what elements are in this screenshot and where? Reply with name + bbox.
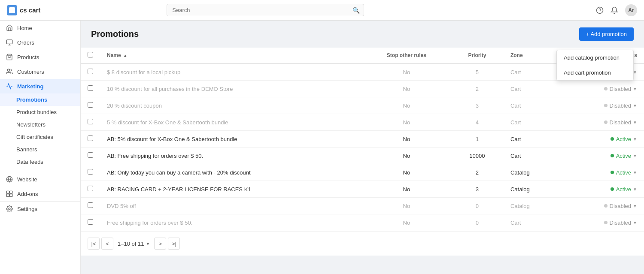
status-dropdown-chevron[interactable]: ▼ — [633, 120, 637, 125]
status-dropdown-chevron[interactable]: ▼ — [633, 154, 637, 158]
row-checkbox[interactable] — [88, 152, 93, 158]
row-checkbox-cell — [81, 114, 100, 131]
products-icon — [6, 54, 13, 60]
customers-icon — [6, 68, 13, 75]
row-name[interactable]: AB: Free shipping for orders over $ 50. — [100, 148, 362, 164]
notifications-button[interactable] — [611, 6, 618, 14]
row-status[interactable]: Active ▼ — [559, 148, 644, 164]
row-name[interactable]: $ 8 discount for a local pickup — [100, 63, 362, 81]
select-all-checkbox[interactable] — [88, 52, 93, 57]
prev-page-button[interactable]: < — [101, 238, 113, 250]
sidebar-sub-item-product-bundles[interactable]: Product bundles — [0, 106, 80, 118]
add-cart-promotion-item[interactable]: Add cart promotion — [557, 65, 633, 80]
status-dropdown-chevron[interactable]: ▼ — [633, 187, 637, 192]
status-dot — [604, 221, 608, 224]
sidebar-item-orders[interactable]: Orders — [0, 35, 80, 50]
add-catalog-promotion-item[interactable]: Add catalog promotion — [557, 50, 633, 65]
row-status[interactable]: Active ▼ — [559, 131, 644, 148]
sidebar-item-products[interactable]: Products — [0, 50, 80, 64]
logo[interactable]: cs cart — [7, 5, 40, 15]
search-input[interactable] — [167, 4, 364, 16]
row-name[interactable]: 10 % discount for all purchases in the D… — [100, 81, 362, 97]
status-dropdown-chevron[interactable]: ▼ — [633, 220, 637, 225]
svg-rect-10 — [10, 191, 12, 193]
sidebar-item-settings[interactable]: Settings — [0, 202, 80, 216]
table-row: AB: 5% discount for X-Box One & Sabertoo… — [81, 131, 644, 148]
sidebar-item-marketing[interactable]: Marketing — [0, 79, 80, 93]
marketing-icon — [6, 83, 13, 90]
row-name[interactable]: 5 % discount for X-Box One & Sabertooth … — [100, 114, 362, 131]
settings-icon — [6, 205, 13, 212]
row-status[interactable]: Disabled ▼ — [559, 114, 644, 131]
last-page-button[interactable]: >| — [168, 238, 180, 250]
sidebar-item-customers[interactable]: Customers — [0, 64, 80, 79]
row-stop-other-rules: No — [362, 164, 451, 181]
row-stop-other-rules: No — [362, 97, 451, 114]
website-icon — [6, 176, 13, 183]
row-checkbox-cell — [81, 97, 100, 114]
row-status[interactable]: Disabled ▼ — [559, 97, 644, 114]
row-checkbox-cell — [81, 198, 100, 214]
row-checkbox[interactable] — [88, 186, 93, 191]
add-promotion-button[interactable]: + Add promotion — [579, 27, 634, 41]
row-checkbox[interactable] — [88, 102, 93, 108]
row-checkbox-cell — [81, 148, 100, 164]
row-name[interactable]: Free shipping for orders over $ 50. — [100, 214, 362, 231]
row-status[interactable]: Active ▼ — [559, 181, 644, 198]
sidebar-bottom: Settings — [0, 201, 80, 216]
row-stop-other-rules: No — [362, 214, 451, 231]
sidebar-item-label-home: Home — [17, 25, 32, 31]
svg-rect-2 — [6, 40, 12, 44]
status-text: Active — [616, 169, 631, 176]
status-dropdown-chevron[interactable]: ▼ — [633, 204, 637, 208]
row-checkbox[interactable] — [88, 119, 93, 124]
status-dropdown-chevron[interactable]: ▼ — [633, 137, 637, 142]
svg-rect-12 — [10, 194, 12, 197]
sidebar-sub-item-gift-certificates[interactable]: Gift certificates — [0, 131, 80, 143]
sidebar-sub-item-data-feeds[interactable]: Data feeds — [0, 156, 80, 168]
row-name[interactable]: 20 % discount coupon — [100, 97, 362, 114]
first-page-button[interactable]: |< — [88, 238, 100, 250]
row-status[interactable]: Disabled ▼ — [559, 214, 644, 231]
avatar[interactable]: Ar — [625, 4, 637, 16]
home-icon — [6, 24, 13, 31]
row-zone: Cart — [504, 63, 559, 81]
row-name[interactable]: DVD 5% off — [100, 198, 362, 214]
row-name[interactable]: AB: RACING CARD + 2-YEAR LICENSE FOR RAC… — [100, 181, 362, 198]
sidebar-sub-item-newsletters[interactable]: Newsletters — [0, 118, 80, 131]
row-checkbox[interactable] — [88, 219, 93, 225]
status-dropdown-chevron[interactable]: ▼ — [633, 170, 637, 175]
logo-text: cs cart — [20, 6, 40, 14]
row-checkbox[interactable] — [88, 69, 93, 74]
column-header-name[interactable]: Name ▲ — [100, 48, 362, 63]
row-checkbox[interactable] — [88, 202, 93, 208]
sidebar-sub-item-promotions[interactable]: Promotions — [0, 93, 80, 106]
row-status[interactable]: Disabled ▼ — [559, 198, 644, 214]
sidebar-item-add-ons[interactable]: Add-ons — [0, 187, 80, 201]
sidebar-item-website[interactable]: Website — [0, 172, 80, 187]
row-priority: 5 — [451, 63, 504, 81]
row-checkbox[interactable] — [88, 169, 93, 175]
status-dot — [611, 137, 614, 141]
page-title: Promotions — [91, 29, 139, 39]
sidebar: Home Orders Products Customers Marketing — [0, 21, 81, 274]
addons-icon — [6, 190, 13, 197]
svg-point-13 — [9, 208, 10, 210]
sidebar-sub-item-banners[interactable]: Banners — [0, 143, 80, 156]
row-name[interactable]: AB: 5% discount for X-Box One & Sabertoo… — [100, 131, 362, 148]
row-status[interactable]: Active ▼ — [559, 164, 644, 181]
status-dropdown-chevron[interactable]: ▼ — [633, 103, 637, 108]
status-dropdown-chevron[interactable]: ▼ — [633, 87, 637, 91]
row-status[interactable]: Disabled ▼ — [559, 81, 644, 97]
help-button[interactable] — [596, 6, 604, 14]
table-row: 10 % discount for all purchases in the D… — [81, 81, 644, 97]
row-checkbox[interactable] — [88, 85, 93, 91]
row-checkbox[interactable] — [88, 135, 93, 141]
row-name[interactable]: AB: Only today you can buy a camera with… — [100, 164, 362, 181]
table-row: 5 % discount for X-Box One & Sabertooth … — [81, 114, 644, 131]
next-page-button[interactable]: > — [154, 238, 166, 250]
row-checkbox-cell — [81, 63, 100, 81]
page-header: Promotions + Add promotion — [81, 21, 644, 48]
sidebar-item-home[interactable]: Home — [0, 21, 80, 35]
row-stop-other-rules: No — [362, 148, 451, 164]
